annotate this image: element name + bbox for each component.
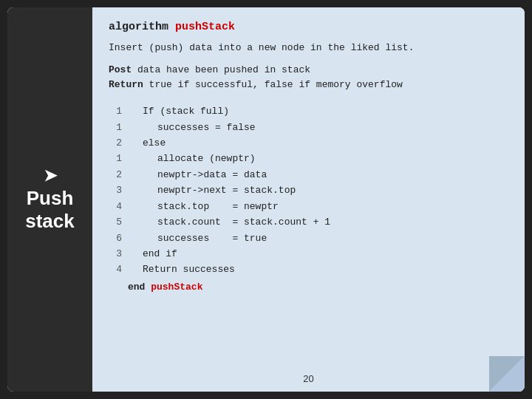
algorithm-header: algorithm pushStack bbox=[109, 21, 508, 33]
end-function-name: pushStack bbox=[151, 282, 202, 293]
code-line-2-1: 1 allocate (newptr) bbox=[109, 151, 508, 166]
post-condition: Post data have been pushed in stack bbox=[109, 63, 508, 78]
return-condition: Return true if successful, false if memo… bbox=[109, 78, 508, 93]
code-line-1: 1 If (stack full) bbox=[109, 103, 508, 119]
arrow-symbol: ➤ bbox=[25, 166, 75, 185]
function-name-header: pushStack bbox=[175, 21, 235, 33]
kw-end: end bbox=[128, 282, 145, 293]
post-text: data have been pushed in stack bbox=[132, 64, 310, 75]
code-line-4: 4 Return successes bbox=[109, 262, 508, 277]
code-line-2-3: 3 newptr->next = stack.top bbox=[109, 183, 508, 198]
page-number: 20 bbox=[303, 373, 313, 384]
slide-title: ➤ Push stack bbox=[25, 166, 75, 233]
kw-post: Post bbox=[109, 64, 132, 75]
code-block: 1 If (stack full) 1 successes = false 2 … bbox=[109, 103, 508, 295]
code-line-2-2: 2 newptr->data = data bbox=[109, 167, 508, 183]
keyword-algorithm: algorithm bbox=[109, 21, 168, 33]
main-content: algorithm pushStack Insert (push) data i… bbox=[92, 7, 525, 392]
code-line-1-1: 1 successes = false bbox=[109, 120, 508, 135]
return-text: true if successful, false if memory over… bbox=[143, 79, 403, 90]
code-line-2-5: 5 stack.count = stack.count + 1 bbox=[109, 214, 508, 230]
slide: ➤ Push stack algorithm pushStack Insert … bbox=[7, 7, 525, 392]
conditions-block: Post data have been pushed in stack Retu… bbox=[109, 63, 508, 94]
code-line-3: 3 end if bbox=[109, 246, 508, 262]
title-push: Push bbox=[27, 187, 74, 209]
title-stack: stack bbox=[25, 210, 75, 232]
description-text: Insert (push) data into a new node in th… bbox=[109, 41, 508, 55]
code-line-2-4: 4 stack.top = newptr bbox=[109, 199, 508, 214]
code-line-end: end pushStack bbox=[109, 279, 508, 295]
folded-corner bbox=[489, 356, 525, 392]
code-line-2: 2 else bbox=[109, 135, 508, 151]
code-line-2-6: 6 successes = true bbox=[109, 231, 508, 246]
sidebar: ➤ Push stack bbox=[7, 7, 92, 392]
kw-return: Return bbox=[109, 79, 143, 90]
